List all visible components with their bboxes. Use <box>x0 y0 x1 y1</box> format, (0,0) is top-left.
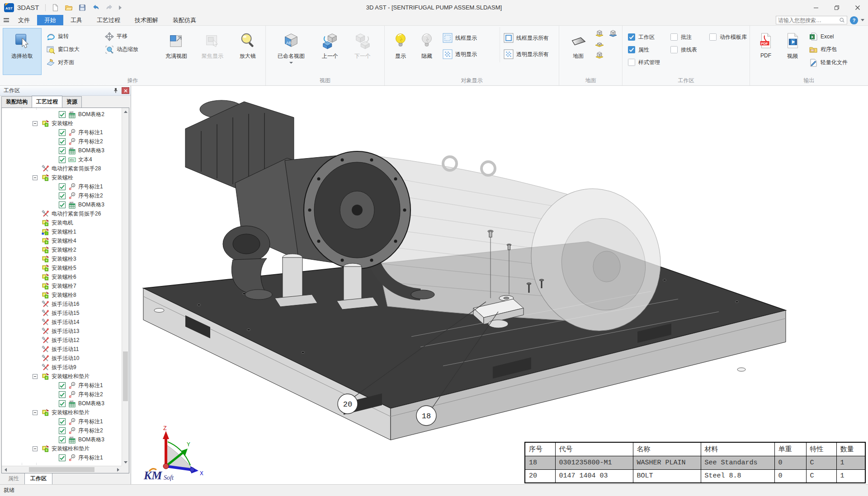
tree-item[interactable]: BOMBOM表格2 <box>2 110 122 119</box>
named-views-button[interactable]: AB 已命名视图 <box>269 28 314 75</box>
checkbox-checked-icon[interactable] <box>59 156 66 163</box>
tab-resources[interactable]: 资源 <box>62 96 82 108</box>
scrollbar-thumb[interactable] <box>123 351 128 401</box>
new-document-button[interactable] <box>49 2 61 13</box>
ground-cube-yellow-icon[interactable] <box>594 29 604 38</box>
wireframe-display-button[interactable]: 线框显示 <box>443 30 500 46</box>
checkbox-unchecked-icon[interactable] <box>670 46 678 53</box>
tree-item[interactable]: 安装螺栓3 <box>2 254 122 263</box>
previous-view-button[interactable]: 上一个 <box>314 28 346 75</box>
tree-expander-icon[interactable] <box>33 121 38 126</box>
close-button[interactable] <box>847 0 868 15</box>
tree-item[interactable]: 电动拧紧套筒扳手26 <box>2 209 122 218</box>
hide-button[interactable]: 隐藏 <box>414 28 440 75</box>
ground-cube-flat-icon[interactable] <box>594 40 604 49</box>
search-box[interactable] <box>776 16 847 24</box>
next-view-button[interactable]: 下一个 <box>346 28 379 75</box>
bom-table[interactable]: 序号代号名称材料单重特性数量 180301235800-M1WASHER PLA… <box>524 442 866 483</box>
transparent-all-button[interactable]: 透明显示所有 <box>504 46 558 62</box>
tree-expander-icon[interactable] <box>33 410 38 415</box>
vertical-scrollbar[interactable] <box>122 108 129 466</box>
tree-item[interactable]: 安装螺栓1 <box>2 227 122 236</box>
tree-item[interactable]: 安装螺栓4 <box>2 236 122 245</box>
tree-item[interactable]: 扳手活动10 <box>2 354 122 363</box>
checkbox-checked-icon[interactable] <box>59 129 66 136</box>
export-package-button[interactable]: EXE程序包 <box>809 43 848 56</box>
quick-access-more-icon[interactable] <box>119 5 122 10</box>
tree-item[interactable]: 1序号标注1 <box>2 182 122 191</box>
checkbox-动作模板库[interactable]: 动作模板库 <box>709 31 751 43</box>
tree-item[interactable]: 安装螺栓和垫片 <box>2 408 122 417</box>
show-button[interactable]: 显示 <box>387 28 414 75</box>
tree-item[interactable]: 安装螺栓 <box>2 173 122 182</box>
checkbox-批注[interactable]: 批注 <box>670 31 709 43</box>
tab-assembly-simulation[interactable]: 装配仿真 <box>165 15 203 25</box>
checkbox-checked-icon[interactable] <box>59 183 66 190</box>
checkbox-checked-icon[interactable] <box>59 138 66 145</box>
select-pick-button[interactable]: 选择拾取 <box>3 28 42 75</box>
wireframe-all-button[interactable]: 线框显示所有 <box>504 30 558 46</box>
tree-item[interactable]: 安装螺栓6 <box>2 272 122 281</box>
chevron-down-icon[interactable] <box>861 19 864 21</box>
checkbox-checked-icon[interactable] <box>59 382 66 389</box>
redo-button[interactable] <box>104 2 115 13</box>
search-icon[interactable] <box>839 17 845 23</box>
fit-view-button[interactable]: 充满视图 <box>158 28 194 75</box>
tree-expander-icon[interactable] <box>33 374 38 379</box>
checkbox-checked-icon[interactable] <box>59 391 66 398</box>
menu-icon[interactable] <box>2 15 11 25</box>
checkbox-checked-icon[interactable] <box>628 46 635 53</box>
tree-item[interactable]: 1序号标注2 <box>2 137 122 146</box>
checkbox-checked-icon[interactable] <box>59 192 66 199</box>
dynamic-zoom-button[interactable]: 动态缩放 <box>105 43 158 56</box>
transparent-display-button[interactable]: 透明显示 <box>443 46 500 62</box>
checkbox-checked-icon[interactable] <box>59 427 66 434</box>
tab-properties[interactable]: 属性 <box>3 473 24 484</box>
tab-process[interactable]: 工艺过程 <box>90 15 127 25</box>
minimize-button[interactable] <box>806 0 826 15</box>
window-zoom-button[interactable]: 窗口放大 <box>46 43 105 56</box>
tree-item[interactable]: 1序号标注2 <box>2 426 122 435</box>
tree-item[interactable]: 安装螺栓和垫片 <box>2 444 122 453</box>
checkbox-unchecked-icon[interactable] <box>670 33 678 41</box>
scroll-right-icon[interactable] <box>114 466 122 473</box>
tree-item[interactable]: 扳手活动15 <box>2 309 122 318</box>
tab-process-tree[interactable]: 工艺过程 <box>32 96 62 108</box>
checkbox-工作区[interactable]: 工作区 <box>628 31 670 43</box>
checkbox-样式管理[interactable]: 样式管理 <box>628 56 670 69</box>
export-pdf-button[interactable]: PDF PDF <box>753 28 779 75</box>
rotate-button[interactable]: 旋转 <box>46 30 105 43</box>
tree-item[interactable]: abc文本4 <box>2 155 122 164</box>
tree-item[interactable]: 1序号标注2 <box>2 191 122 200</box>
bom-row[interactable]: 180301235800-M1WASHER PLAINSee Standards… <box>525 456 865 469</box>
tab-assembly-structure[interactable]: 装配结构 <box>1 96 32 108</box>
tree-item[interactable]: BOMBOM表格3 <box>2 435 122 444</box>
tree-item[interactable]: 安装螺栓8 <box>2 290 122 299</box>
tree-item[interactable]: 扳手活动16 <box>2 299 122 309</box>
tab-file[interactable]: 文件 <box>11 15 37 25</box>
tree-item[interactable]: 扳手活动11 <box>2 345 122 354</box>
open-file-button[interactable] <box>63 2 75 13</box>
pan-button[interactable]: 平移 <box>105 30 158 43</box>
tree-item[interactable]: 扳手活动12 <box>2 336 122 345</box>
search-input[interactable] <box>778 17 839 23</box>
checkbox-unchecked-icon[interactable] <box>628 59 635 66</box>
tree-item[interactable]: 安装螺栓7 <box>2 281 122 290</box>
scroll-down-icon[interactable] <box>122 459 129 466</box>
tree-item[interactable]: 1序号标注2 <box>2 390 122 399</box>
ground-button[interactable]: 地面 <box>562 28 594 75</box>
panel-close-button[interactable] <box>122 87 129 94</box>
restore-button[interactable] <box>826 0 847 15</box>
tab-tech-illustration[interactable]: 技术图解 <box>127 15 165 25</box>
tab-tools[interactable]: 工具 <box>63 15 90 25</box>
undo-button[interactable] <box>90 2 102 13</box>
tree-item[interactable]: 1序号标注1 <box>2 128 122 137</box>
tree-item[interactable]: BOMBOM表格3 <box>2 200 122 209</box>
export-video-button[interactable]: 视频 <box>779 28 806 75</box>
tree-item[interactable]: 扳手活动9 <box>2 363 122 372</box>
tree-item[interactable]: 电动拧紧套筒扳手28 <box>2 164 122 173</box>
bom-row[interactable]: 200147 1404 03BOLTSteel 8.80C1 <box>525 469 865 483</box>
tree-expander-icon[interactable] <box>33 446 38 451</box>
checkbox-checked-icon[interactable] <box>59 400 66 407</box>
tree-item[interactable]: 1序号标注1 <box>2 417 122 426</box>
